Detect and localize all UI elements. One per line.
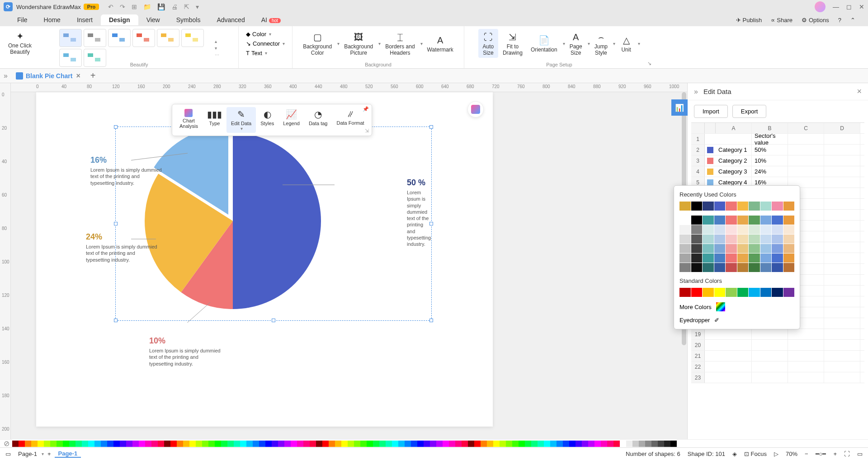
palette-swatch[interactable] [132, 441, 139, 447]
color-swatch[interactable] [772, 288, 783, 297]
palette-swatch[interactable] [75, 441, 82, 447]
menu-insert[interactable]: Insert [69, 14, 101, 25]
close-tab-icon[interactable]: × [76, 72, 80, 80]
page-layout-icon[interactable]: ▭ [5, 451, 11, 457]
color-swatch[interactable] [703, 202, 714, 211]
color-swatch[interactable] [760, 225, 772, 234]
presentation-icon[interactable]: ▷ [774, 451, 778, 457]
ai-assistant-icon[interactable] [467, 101, 484, 117]
menu-advanced[interactable]: Advanced [208, 14, 253, 25]
color-swatch[interactable] [760, 263, 772, 272]
color-swatch[interactable] [703, 263, 714, 272]
palette-swatch[interactable] [329, 441, 335, 447]
user-avatar[interactable] [815, 1, 826, 12]
table-row[interactable]: 4Category 324% [691, 166, 864, 177]
menu-file[interactable]: File [9, 14, 36, 25]
palette-swatch[interactable] [417, 441, 424, 447]
menu-ai[interactable]: AIhot [253, 14, 289, 25]
palette-swatch[interactable] [398, 441, 405, 447]
color-swatch[interactable] [714, 263, 726, 272]
palette-swatch[interactable] [44, 441, 50, 447]
share-button[interactable]: ∝ Share [767, 16, 796, 24]
palette-swatch[interactable] [63, 441, 69, 447]
palette-swatch[interactable] [82, 441, 88, 447]
color-swatch[interactable] [749, 244, 760, 253]
color-swatch[interactable] [703, 235, 714, 244]
color-swatch[interactable] [714, 202, 726, 211]
one-click-beautify-button[interactable]: ✦ One Click Beautify [5, 28, 35, 57]
close-panel-icon[interactable]: × [857, 87, 862, 96]
palette-swatch[interactable] [196, 441, 202, 447]
palette-swatch[interactable] [69, 441, 75, 447]
palette-swatch[interactable] [601, 441, 607, 447]
color-swatch[interactable] [703, 244, 714, 253]
color-swatch[interactable] [691, 263, 703, 272]
color-swatch[interactable] [679, 225, 691, 234]
color-swatch[interactable] [679, 216, 691, 225]
theme-swatch[interactable] [59, 49, 82, 67]
palette-swatch[interactable] [424, 441, 430, 447]
orientation-button[interactable]: 📄Orientation [527, 32, 561, 55]
menu-home[interactable]: Home [36, 14, 69, 25]
table-row[interactable]: 22 [691, 361, 864, 372]
color-swatch[interactable] [691, 253, 703, 263]
color-swatch[interactable] [737, 235, 749, 244]
color-swatch[interactable] [714, 244, 726, 253]
palette-swatch[interactable] [632, 441, 639, 447]
export-icon[interactable]: ⇱ [184, 3, 189, 10]
color-swatch[interactable] [679, 253, 691, 263]
table-row[interactable]: 20 [691, 340, 864, 351]
color-swatch[interactable] [760, 253, 772, 263]
canvas-page[interactable]: 50 % Lorem Ipsum is simply dummied text … [36, 92, 493, 427]
palette-swatch[interactable] [101, 441, 107, 447]
pie-slice-cat1[interactable] [233, 133, 321, 309]
pin-icon[interactable]: 📌 [363, 106, 369, 112]
color-swatch[interactable] [726, 202, 737, 211]
color-swatch[interactable] [714, 253, 726, 263]
palette-swatch[interactable] [297, 441, 303, 447]
palette-swatch[interactable] [664, 441, 670, 447]
color-swatch[interactable] [760, 216, 772, 225]
color-swatch[interactable] [679, 235, 691, 244]
color-swatch[interactable] [737, 216, 749, 225]
color-swatch[interactable] [703, 225, 714, 234]
palette-swatch[interactable] [626, 441, 632, 447]
col-header[interactable]: C [788, 123, 824, 133]
color-swatch[interactable] [749, 235, 760, 244]
palette-swatch[interactable] [164, 441, 170, 447]
palette-swatch[interactable] [151, 441, 158, 447]
color-swatch[interactable] [772, 216, 783, 225]
color-swatch[interactable] [691, 235, 703, 244]
minimize-icon[interactable]: — [833, 3, 839, 10]
theme-more-icon[interactable]: ⋯ [215, 52, 219, 57]
color-swatch[interactable] [714, 225, 726, 234]
pie-chart[interactable]: 50 % Lorem Ipsum is simply dummied text … [131, 119, 335, 324]
palette-swatch[interactable] [12, 441, 19, 447]
theme-swatch[interactable] [132, 29, 155, 47]
table-row[interactable]: 21 [691, 351, 864, 361]
page-size-button[interactable]: APage Size [566, 29, 586, 58]
palette-swatch[interactable] [594, 441, 601, 447]
color-swatch[interactable] [691, 216, 703, 225]
focus-button[interactable]: ⊡ Focus [744, 451, 767, 457]
palette-swatch[interactable] [177, 441, 183, 447]
color-swatch[interactable] [714, 216, 726, 225]
jump-style-button[interactable]: ⌢Jump Style [591, 29, 611, 58]
color-swatch[interactable] [760, 288, 772, 297]
color-swatch[interactable] [726, 235, 737, 244]
palette-swatch[interactable] [19, 441, 25, 447]
color-swatch[interactable] [749, 202, 760, 211]
palette-swatch[interactable] [468, 441, 474, 447]
palette-swatch[interactable] [392, 441, 398, 447]
add-tab-icon[interactable]: + [90, 70, 96, 81]
menu-symbols[interactable]: Symbols [168, 14, 209, 25]
fit-drawing-button[interactable]: ⇲Fit to Drawing [499, 29, 526, 58]
palette-swatch[interactable] [145, 441, 151, 447]
palette-swatch[interactable] [474, 441, 481, 447]
page-setup-launcher-icon[interactable]: ↘ [647, 61, 651, 66]
color-swatch[interactable] [714, 235, 726, 244]
row-color-swatch[interactable] [707, 179, 713, 186]
palette-swatch[interactable] [94, 441, 101, 447]
palette-swatch[interactable] [189, 441, 196, 447]
color-swatch[interactable] [726, 225, 737, 234]
